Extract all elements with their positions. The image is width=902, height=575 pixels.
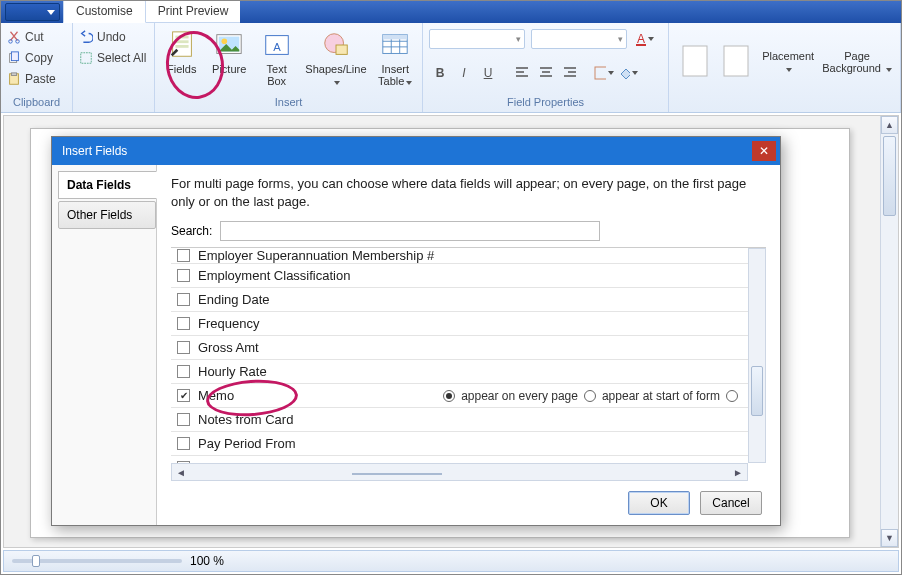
tab-print-preview[interactable]: Print Preview — [146, 0, 241, 22]
tab-customise[interactable]: Customise — [63, 0, 146, 23]
field-checkbox[interactable] — [177, 341, 190, 354]
fields-button[interactable]: Fields — [161, 27, 202, 77]
field-row[interactable]: Notes from Card — [171, 408, 748, 432]
tab-data-fields[interactable]: Data Fields — [58, 171, 157, 199]
page-background-button[interactable]: Page Background — [820, 46, 894, 76]
chevron-down-icon — [786, 68, 792, 72]
vertical-scrollbar[interactable]: ▲ ▼ — [880, 116, 898, 547]
align-right-button[interactable] — [559, 63, 581, 83]
italic-button[interactable]: I — [453, 63, 475, 83]
field-label: Gross Amt — [198, 340, 259, 355]
close-button[interactable]: ✕ — [752, 141, 776, 161]
field-checkbox[interactable] — [177, 437, 190, 450]
ribbon-tabs: Customise Print Preview — [63, 1, 240, 23]
group-insert: Fields Picture A Text Box Shapes/Line — [155, 23, 423, 112]
dialog-title: Insert Fields — [62, 144, 127, 158]
align-center-icon — [539, 66, 553, 80]
copy-button[interactable]: Copy — [7, 48, 56, 68]
scroll-left-icon[interactable]: ◄ — [172, 467, 190, 478]
picture-label: Picture — [212, 63, 246, 75]
placement-preview-2[interactable] — [717, 43, 757, 79]
slider-knob[interactable] — [32, 555, 40, 567]
group-label: Insert — [161, 94, 416, 110]
border-button[interactable] — [593, 63, 615, 83]
ok-button[interactable]: OK — [628, 491, 690, 515]
field-label: Employment Classification — [198, 268, 350, 283]
field-row[interactable]: Employment Classification — [171, 264, 748, 288]
cut-button[interactable]: Cut — [7, 27, 56, 47]
field-row[interactable]: Memoappear on every pageappear at start … — [171, 384, 748, 408]
undo-button[interactable]: Undo — [79, 27, 146, 47]
font-style-select[interactable]: ▾ — [531, 29, 627, 49]
scroll-down-icon[interactable]: ▼ — [881, 529, 898, 547]
insert-table-label: Insert Table — [378, 63, 412, 87]
scroll-thumb[interactable] — [352, 473, 442, 475]
italic-icon: I — [462, 66, 465, 80]
zoom-slider[interactable] — [12, 559, 182, 563]
opt-label: appear at start of form — [602, 389, 720, 403]
scroll-right-icon[interactable]: ► — [729, 467, 747, 478]
fields-list: Employer Superannuation Membership #Empl… — [171, 247, 766, 481]
scissors-icon — [7, 30, 21, 44]
field-checkbox[interactable] — [177, 413, 190, 426]
field-label: Memo — [198, 388, 234, 403]
radio-start-form[interactable] — [584, 390, 596, 402]
field-checkbox[interactable] — [177, 249, 190, 262]
svg-rect-24 — [724, 46, 748, 76]
field-row[interactable]: Ending Date — [171, 288, 748, 312]
align-center-button[interactable] — [535, 63, 557, 83]
underline-button[interactable]: U — [477, 63, 499, 83]
paste-icon — [7, 72, 21, 86]
textbox-button[interactable]: A Text Box — [256, 27, 297, 89]
align-left-button[interactable] — [511, 63, 533, 83]
field-row[interactable]: Pay Period From — [171, 432, 748, 456]
tab-other-fields[interactable]: Other Fields — [58, 201, 156, 229]
font-family-select[interactable]: ▾ — [429, 29, 525, 49]
list-horizontal-scrollbar[interactable]: ◄ ► — [171, 463, 748, 481]
radio-every-page[interactable] — [443, 390, 455, 402]
placement-preview-1[interactable] — [675, 43, 715, 79]
list-vertical-scrollbar[interactable] — [748, 248, 766, 463]
field-checkbox[interactable] — [177, 365, 190, 378]
bold-button[interactable]: B — [429, 63, 451, 83]
field-row[interactable]: Frequency — [171, 312, 748, 336]
placement-button[interactable]: Placement — [758, 46, 818, 76]
font-color-button[interactable]: A — [633, 29, 655, 49]
field-row[interactable]: Hourly Rate — [171, 360, 748, 384]
radio-third[interactable] — [726, 390, 738, 402]
scroll-thumb[interactable] — [883, 136, 896, 216]
paste-button[interactable]: Paste — [7, 69, 56, 89]
insert-table-button[interactable]: Insert Table — [375, 27, 416, 89]
app-menu-button[interactable] — [5, 3, 60, 21]
svg-rect-3 — [11, 52, 18, 61]
ribbon: Cut Copy Paste Clipboard Undo — [1, 23, 901, 113]
search-input[interactable] — [220, 221, 600, 241]
textbox-icon: A — [261, 29, 293, 61]
chevron-down-icon — [47, 10, 55, 15]
dialog-titlebar[interactable]: Insert Fields ✕ — [52, 137, 780, 165]
select-all-button[interactable]: Select All — [79, 48, 146, 68]
svg-rect-9 — [175, 40, 188, 43]
field-checkbox[interactable] — [177, 389, 190, 402]
svg-point-13 — [222, 38, 228, 44]
field-row[interactable]: Payee — [171, 456, 748, 463]
group-page: Placement Page Background — [669, 23, 901, 112]
shapes-button[interactable]: Shapes/Line — [303, 27, 368, 89]
cancel-button[interactable]: Cancel — [700, 491, 762, 515]
svg-rect-21 — [636, 44, 646, 46]
field-checkbox[interactable] — [177, 269, 190, 282]
font-color-icon: A — [634, 31, 646, 47]
field-appear-options: appear on every pageappear at start of f… — [443, 389, 748, 403]
field-row[interactable]: Employer Superannuation Membership # — [171, 248, 748, 264]
field-row[interactable]: Gross Amt — [171, 336, 748, 360]
group-edit: Undo Select All — [73, 23, 155, 112]
picture-icon — [213, 29, 245, 61]
select-all-label: Select All — [97, 51, 146, 65]
field-checkbox[interactable] — [177, 293, 190, 306]
field-checkbox[interactable] — [177, 317, 190, 330]
fill-button[interactable] — [617, 63, 639, 83]
scroll-up-icon[interactable]: ▲ — [881, 116, 898, 134]
scroll-thumb[interactable] — [751, 366, 763, 416]
picture-button[interactable]: Picture — [208, 27, 249, 77]
svg-rect-8 — [175, 36, 188, 39]
